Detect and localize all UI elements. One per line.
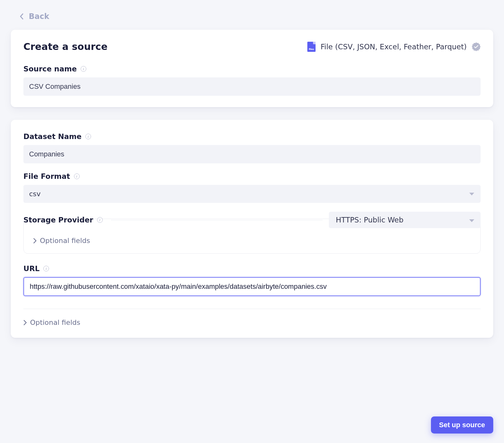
info-icon[interactable]: i bbox=[43, 266, 49, 271]
storage-provider-label: Storage Provider bbox=[23, 216, 93, 224]
optional-fields-label: Optional fields bbox=[30, 319, 80, 326]
chevron-right-icon bbox=[23, 320, 27, 325]
caret-down-icon bbox=[469, 191, 474, 197]
back-button[interactable]: Back bbox=[11, 12, 493, 21]
info-icon[interactable]: i bbox=[81, 66, 86, 72]
storage-provider-value: HTTPS: Public Web bbox=[336, 216, 403, 224]
chevron-right-icon bbox=[33, 238, 37, 244]
setup-source-button[interactable]: Set up source bbox=[431, 416, 493, 434]
source-name-input[interactable] bbox=[23, 77, 481, 96]
storage-optional-fields-toggle[interactable]: Optional fields bbox=[33, 237, 471, 245]
source-name-label: Source name bbox=[23, 65, 77, 73]
verified-badge-icon bbox=[472, 42, 481, 51]
divider bbox=[111, 220, 323, 220]
source-type-chip: files File (CSV, JSON, Excel, Feather, P… bbox=[307, 42, 481, 52]
create-source-card: Create a source files File (CSV, JSON, E… bbox=[11, 30, 493, 107]
info-icon[interactable]: i bbox=[97, 217, 103, 223]
caret-down-icon bbox=[469, 216, 474, 224]
back-label: Back bbox=[29, 12, 49, 21]
file-format-value: csv bbox=[23, 185, 481, 203]
url-input[interactable] bbox=[23, 277, 481, 296]
dataset-name-input[interactable] bbox=[23, 145, 481, 163]
storage-optional-fields-label: Optional fields bbox=[40, 237, 90, 245]
file-format-label: File Format bbox=[23, 172, 70, 180]
source-config-card: Dataset Name i File Format i csv Storage… bbox=[11, 120, 493, 338]
page-title: Create a source bbox=[23, 41, 108, 52]
info-icon[interactable]: i bbox=[74, 173, 80, 179]
info-icon[interactable]: i bbox=[85, 134, 91, 139]
divider bbox=[23, 309, 481, 309]
storage-provider-select[interactable]: HTTPS: Public Web bbox=[329, 212, 481, 228]
optional-fields-toggle[interactable]: Optional fields bbox=[23, 319, 481, 328]
file-icon: files bbox=[307, 42, 316, 52]
url-label: URL bbox=[23, 264, 40, 273]
file-format-select[interactable]: csv bbox=[23, 185, 481, 203]
dataset-name-label: Dataset Name bbox=[23, 132, 82, 141]
source-type-label: File (CSV, JSON, Excel, Feather, Parquet… bbox=[321, 43, 467, 51]
chevron-left-icon bbox=[20, 13, 24, 20]
